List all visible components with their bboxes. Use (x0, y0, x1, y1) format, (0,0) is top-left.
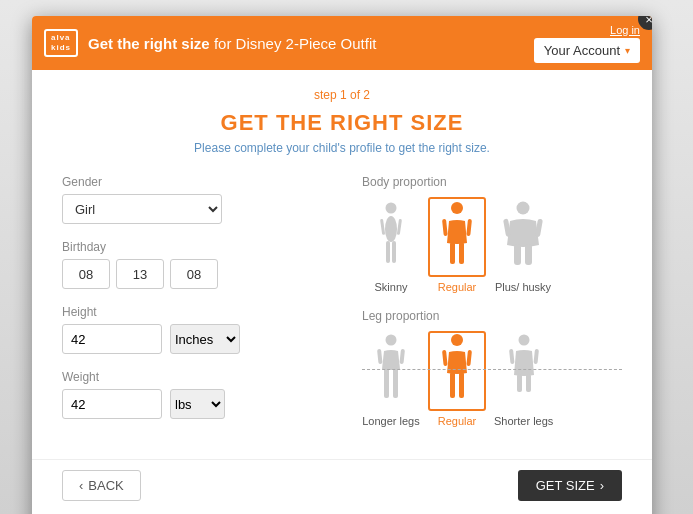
modal-body: step 1 of 2 GET THE RIGHT SIZE Please co… (32, 70, 652, 459)
svg-rect-18 (393, 368, 398, 398)
right-column: Body proportion (362, 175, 622, 443)
leg-regular-container (428, 331, 486, 411)
gender-select[interactable]: Girl (62, 194, 222, 224)
skinny-label: Skinny (374, 281, 407, 293)
leg-proportion-regular[interactable]: Regular (428, 331, 486, 427)
size-guide-modal: × alva kids Get the right size for Disne… (32, 16, 652, 514)
svg-point-1 (385, 216, 397, 242)
leg-proportion-title: Leg proportion (362, 309, 622, 323)
birthday-year[interactable] (170, 259, 218, 289)
shorter-legs-container (495, 331, 553, 411)
leg-proportion-options: Longer legs (362, 331, 622, 427)
step-indicator: step 1 of 2 (62, 88, 622, 102)
birthday-label: Birthday (62, 240, 322, 254)
shorter-legs-label: Shorter legs (494, 415, 553, 427)
weight-group: Weight lbs kg (62, 370, 322, 419)
birthday-group: Birthday (62, 240, 322, 289)
svg-rect-23 (459, 372, 464, 398)
body-proportion-regular[interactable]: Regular (428, 197, 486, 293)
leg-proportion-group: Leg proportion (362, 309, 622, 427)
account-area: Log in Your Account ▾ (534, 24, 640, 63)
birthday-day[interactable] (116, 259, 164, 289)
svg-rect-17 (384, 368, 389, 398)
regular-figure-container (428, 197, 486, 277)
back-arrow-icon: ‹ (79, 478, 83, 493)
plus-figure-container (494, 197, 552, 277)
svg-rect-22 (450, 372, 455, 398)
svg-rect-10 (466, 219, 472, 236)
weight-label: Weight (62, 370, 322, 384)
regular-body-figure (439, 201, 475, 273)
svg-rect-19 (377, 349, 383, 364)
main-title: GET THE RIGHT SIZE (62, 110, 622, 136)
get-size-button[interactable]: GET SIZE › (518, 470, 622, 501)
shorter-legs-figure (506, 333, 542, 409)
chevron-down-icon: ▾ (625, 45, 630, 56)
leg-regular-label: Regular (438, 415, 477, 427)
svg-rect-20 (399, 349, 405, 364)
svg-point-21 (451, 334, 463, 346)
svg-point-26 (518, 335, 529, 346)
leg-proportion-longer[interactable]: Longer legs (362, 331, 420, 427)
svg-rect-3 (392, 241, 396, 263)
weight-input[interactable] (62, 389, 162, 419)
svg-rect-9 (442, 219, 448, 236)
longer-legs-container (362, 331, 420, 411)
login-link[interactable]: Log in (610, 24, 640, 36)
svg-rect-25 (466, 350, 472, 366)
height-unit-select[interactable]: Inches cm (170, 324, 240, 354)
svg-point-11 (517, 202, 530, 215)
svg-rect-12 (514, 244, 521, 265)
svg-rect-24 (442, 350, 448, 366)
svg-rect-4 (380, 219, 385, 235)
svg-rect-30 (533, 349, 539, 364)
modal-header: alva kids Get the right size for Disney … (32, 16, 652, 70)
svg-rect-29 (509, 349, 515, 364)
plus-label: Plus/ husky (495, 281, 551, 293)
modal-footer: ‹ BACK GET SIZE › (32, 459, 652, 509)
skinny-figure-container (362, 197, 420, 277)
birthday-row (62, 259, 322, 289)
body-proportion-title: Body proportion (362, 175, 622, 189)
longer-legs-label: Longer legs (362, 415, 420, 427)
left-column: Gender Girl Birthday Height (62, 175, 322, 443)
svg-rect-7 (450, 242, 455, 264)
svg-point-6 (451, 202, 463, 214)
weight-row: lbs kg (62, 389, 322, 419)
alva-logo: alva kids (44, 29, 78, 58)
birthday-month[interactable] (62, 259, 110, 289)
body-proportion-skinny[interactable]: Skinny (362, 197, 420, 293)
leg-regular-figure (439, 333, 475, 409)
weight-unit-select[interactable]: lbs kg (170, 389, 225, 419)
svg-rect-13 (525, 244, 532, 265)
svg-rect-27 (517, 374, 522, 392)
account-button[interactable]: Your Account ▾ (534, 38, 640, 63)
leg-proportion-shorter[interactable]: Shorter legs (494, 331, 553, 427)
header-tagline: Get the right size for Disney 2-Piece Ou… (88, 35, 376, 52)
body-proportion-options: Skinny (362, 197, 622, 293)
svg-rect-2 (386, 241, 390, 263)
svg-rect-8 (459, 242, 464, 264)
gender-group: Gender Girl (62, 175, 322, 224)
height-group: Height Inches cm (62, 305, 322, 354)
height-label: Height (62, 305, 322, 319)
skinny-body-figure (376, 201, 406, 273)
svg-point-16 (386, 335, 397, 346)
body-proportion-group: Body proportion (362, 175, 622, 293)
footer-links: Terms & Conditions | Help (32, 509, 652, 514)
subtitle: Please complete your child's profile to … (62, 141, 622, 155)
svg-point-0 (386, 203, 397, 214)
height-input[interactable] (62, 324, 162, 354)
svg-rect-5 (397, 219, 402, 235)
height-row: Inches cm (62, 324, 322, 354)
plus-body-figure (502, 201, 544, 273)
regular-body-label: Regular (438, 281, 477, 293)
gender-label: Gender (62, 175, 322, 189)
forward-arrow-icon: › (600, 478, 604, 493)
longer-legs-figure (373, 333, 409, 409)
back-button[interactable]: ‹ BACK (62, 470, 141, 501)
body-proportion-plus[interactable]: Plus/ husky (494, 197, 552, 293)
svg-rect-28 (526, 374, 531, 392)
form-section: Gender Girl Birthday Height (62, 175, 622, 443)
